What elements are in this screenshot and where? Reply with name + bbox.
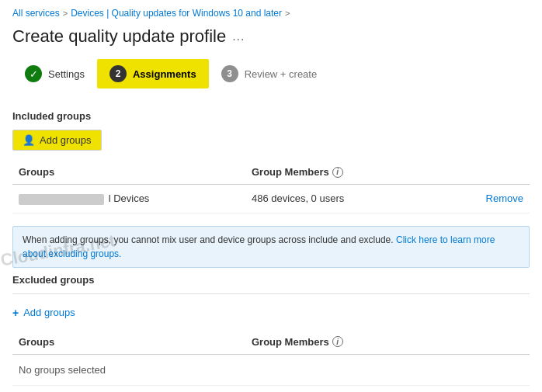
step-assignments-circle: 2 <box>109 65 127 82</box>
excluded-add-groups-label: Add groups <box>23 307 75 318</box>
included-groups-label: Included groups <box>12 110 530 122</box>
content-area: Included groups 👤 Add groups Groups Grou… <box>0 101 542 392</box>
excluded-groups-label: Excluded groups <box>12 274 530 286</box>
remove-link[interactable]: Remove <box>486 193 523 204</box>
table-header: Groups Group Members i <box>12 160 530 185</box>
step-settings[interactable]: ✓ Settings <box>12 59 97 88</box>
info-banner-text: When adding groups, you cannot mix user … <box>23 234 394 245</box>
table-cell-members: 486 devices, 0 users <box>245 189 467 207</box>
excluded-col-header-groups: Groups <box>12 333 245 351</box>
breadcrumb: All services > Devices | Quality updates… <box>0 0 542 23</box>
add-groups-button[interactable]: 👤 Add groups <box>12 130 102 151</box>
excluded-groups-section: Excluded groups + Add groups Groups Grou… <box>12 274 530 386</box>
excluded-col-header-members: Group Members i <box>245 333 530 351</box>
breadcrumb-sep2: > <box>285 9 290 18</box>
included-groups-section: Included groups 👤 Add groups Groups Grou… <box>12 110 530 213</box>
excluded-groups-table: Groups Group Members i No groups selecte… <box>12 330 530 386</box>
included-groups-table: Groups Group Members i l Devices 486 dev… <box>12 160 530 213</box>
group-name-blurred <box>19 194 104 205</box>
page-title-row: Create quality update profile ... <box>0 23 542 59</box>
table-cell-groups: l Devices <box>12 189 245 208</box>
col-header-members: Group Members i <box>245 163 530 181</box>
no-groups-text: No groups selected <box>12 359 112 380</box>
page-title: Create quality update profile <box>12 26 226 47</box>
steps-row: ✓ Settings 2 Assignments 3 Review + crea… <box>0 59 542 101</box>
step-review: 3 Review + create <box>209 59 330 88</box>
table-cell-actions: Remove <box>467 189 530 207</box>
step-settings-check: ✓ <box>25 65 42 82</box>
step-assignments-label: Assignments <box>133 68 196 80</box>
add-groups-btn-label: Add groups <box>40 134 92 146</box>
person-icon: 👤 <box>23 134 35 146</box>
step-settings-label: Settings <box>48 68 85 80</box>
info-banner: When adding groups, you cannot mix user … <box>12 226 530 268</box>
breadcrumb-sep1: > <box>63 9 68 18</box>
step-review-label: Review + create <box>245 68 318 80</box>
group-name-suffix: l Devices <box>109 193 150 204</box>
breadcrumb-devices[interactable]: Devices | Quality updates for Windows 10… <box>71 8 282 19</box>
step-review-circle: 3 <box>221 65 238 82</box>
table-row: l Devices 486 devices, 0 users Remove <box>12 185 530 213</box>
plus-icon: + <box>12 307 19 319</box>
excluded-table-header: Groups Group Members i <box>12 330 530 355</box>
col-header-groups: Groups <box>12 163 245 181</box>
breadcrumb-all-services[interactable]: All services <box>12 8 60 19</box>
members-info-icon[interactable]: i <box>332 167 343 178</box>
excluded-members-info-icon[interactable]: i <box>332 336 343 347</box>
excluded-add-groups-button[interactable]: + Add groups <box>12 304 75 322</box>
divider <box>12 293 530 294</box>
more-options-icon[interactable]: ... <box>232 29 245 43</box>
step-assignments[interactable]: 2 Assignments <box>97 59 209 88</box>
no-groups-row: No groups selected <box>12 355 530 386</box>
